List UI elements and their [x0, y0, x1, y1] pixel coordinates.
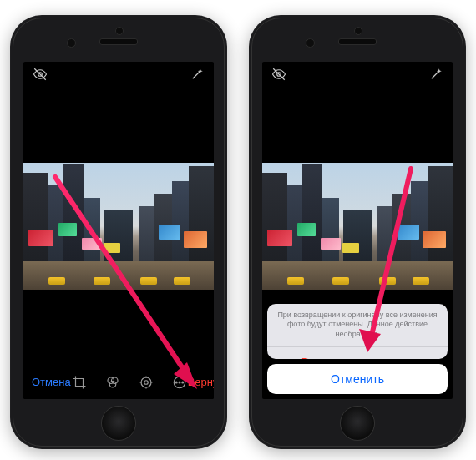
magic-wand-icon[interactable] [189, 66, 205, 83]
photo-canvas[interactable] [23, 87, 214, 366]
sheet-cancel-button[interactable]: Отменить [267, 364, 448, 394]
svg-point-14 [182, 382, 184, 383]
phone-right: При возвращении к оригиналу все изменени… [249, 15, 466, 449]
svg-point-12 [175, 382, 177, 383]
screen-right: При возвращении к оригиналу все изменени… [262, 62, 453, 399]
editor-toolbar: Отмена Вернуть [23, 366, 214, 399]
more-icon[interactable] [171, 374, 188, 391]
markup-disabled-icon[interactable] [271, 66, 287, 83]
magic-wand-icon[interactable] [428, 66, 444, 83]
action-sheet: При возвращении к оригиналу все изменени… [262, 299, 453, 399]
home-button[interactable] [101, 406, 136, 441]
revert-to-original-button[interactable]: Вернуть к оригиналу [267, 347, 448, 359]
sheet-message: При возвращении к оригиналу все изменени… [267, 304, 448, 347]
svg-point-6 [144, 380, 148, 384]
cancel-button[interactable]: Отмена [32, 376, 71, 388]
editor-topbar [262, 62, 453, 87]
svg-point-3 [111, 377, 118, 384]
svg-point-5 [141, 377, 151, 387]
proximity-sensor [354, 27, 362, 35]
front-camera [306, 38, 315, 48]
svg-point-13 [179, 382, 180, 383]
adjust-icon[interactable] [138, 374, 154, 391]
edited-photo [23, 163, 214, 290]
markup-disabled-icon[interactable] [32, 66, 48, 83]
speaker [338, 38, 377, 45]
svg-point-4 [109, 381, 116, 387]
revert-button[interactable]: Вернуть [188, 376, 214, 388]
phone-left: Отмена Вернуть [10, 15, 227, 449]
editor-topbar [23, 62, 214, 87]
filters-icon[interactable] [104, 374, 121, 391]
front-camera [67, 38, 76, 48]
comparison-stage: Отмена Вернуть [0, 0, 476, 460]
speaker [99, 38, 138, 45]
crop-icon[interactable] [71, 374, 88, 391]
edited-photo [262, 163, 453, 290]
proximity-sensor [115, 27, 124, 35]
screen-left: Отмена Вернуть [23, 62, 214, 399]
home-button[interactable] [340, 406, 375, 441]
